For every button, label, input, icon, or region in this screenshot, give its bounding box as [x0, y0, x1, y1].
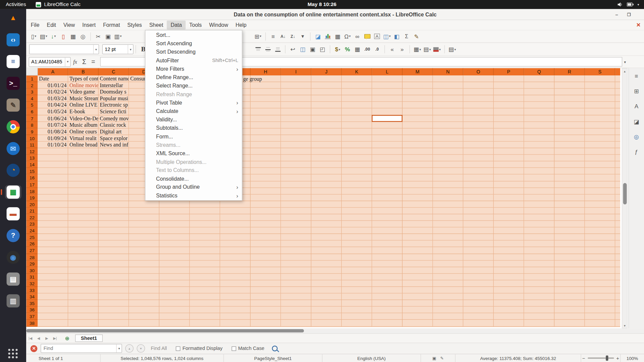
cell-Q19[interactable]: [524, 194, 554, 201]
cell-A7[interactable]: 01/06/24: [38, 115, 68, 122]
cell-N22[interactable]: [433, 214, 464, 221]
font-name-caret-icon[interactable]: ▾: [93, 45, 99, 54]
cell-R33[interactable]: [554, 287, 585, 294]
cell-O26[interactable]: [463, 241, 494, 247]
cell-J27[interactable]: [311, 247, 342, 254]
cell-A25[interactable]: [38, 234, 68, 241]
cell-P29[interactable]: [494, 260, 524, 267]
cell-E24[interactable]: [159, 228, 190, 234]
cell-O4[interactable]: [463, 95, 494, 102]
cell-C17[interactable]: [99, 181, 129, 188]
cell-N3[interactable]: [433, 89, 464, 96]
cell-O5[interactable]: [463, 102, 494, 109]
cell-J32[interactable]: [311, 280, 342, 287]
cell-T2[interactable]: [615, 82, 620, 89]
column-header-L[interactable]: L: [372, 68, 402, 75]
insert-hyperlink-button[interactable]: ∞: [353, 32, 362, 41]
cell-A6[interactable]: 01/05/24: [38, 109, 68, 115]
cell-P24[interactable]: [494, 228, 524, 234]
cell-F25[interactable]: [190, 234, 220, 241]
cell-R11[interactable]: [554, 141, 585, 148]
zoom-percentage[interactable]: 100%: [620, 354, 644, 362]
cell-I9[interactable]: [281, 128, 312, 135]
cell-K7[interactable]: [342, 115, 372, 122]
cell-Q2[interactable]: [524, 82, 554, 89]
cell-S33[interactable]: [585, 287, 615, 294]
cell-M31[interactable]: [402, 274, 433, 281]
cell-O37[interactable]: [463, 313, 494, 320]
cell-O18[interactable]: [463, 188, 494, 194]
menu-format[interactable]: Format: [99, 20, 123, 29]
cell-L5[interactable]: [372, 102, 402, 109]
cell-P3[interactable]: [494, 89, 524, 96]
row-header-19[interactable]: 19: [26, 194, 38, 201]
cell-O14[interactable]: [463, 161, 494, 168]
cell-N23[interactable]: [433, 221, 464, 228]
cell-G34[interactable]: [220, 294, 251, 300]
cell-C26[interactable]: [99, 241, 129, 247]
cell-B14[interactable]: [68, 161, 99, 168]
column-header-M[interactable]: M: [402, 68, 433, 75]
cell-N15[interactable]: [433, 168, 464, 175]
cell-T1[interactable]: [615, 75, 620, 82]
cell-A15[interactable]: [38, 168, 68, 175]
cell-L10[interactable]: [372, 135, 402, 142]
cell-O29[interactable]: [463, 260, 494, 267]
cell-M19[interactable]: [402, 194, 433, 201]
cell-C38[interactable]: [99, 320, 129, 326]
cell-J14[interactable]: [311, 161, 342, 168]
cell-L29[interactable]: [372, 260, 402, 267]
cell-J10[interactable]: [311, 135, 342, 142]
cell-N26[interactable]: [433, 241, 464, 247]
cell-D21[interactable]: [129, 207, 159, 214]
cell-I2[interactable]: [281, 82, 312, 89]
cell-N35[interactable]: [433, 300, 464, 307]
cell-H25[interactable]: [251, 234, 281, 241]
gallery-icon[interactable]: ◪: [632, 117, 641, 126]
cell-N36[interactable]: [433, 307, 464, 313]
cell-G33[interactable]: [220, 287, 251, 294]
cell-F29[interactable]: [190, 260, 220, 267]
cell-A10[interactable]: 01/09/24: [38, 135, 68, 142]
cell-M23[interactable]: [402, 221, 433, 228]
cell-O30[interactable]: [463, 267, 494, 274]
cell-P7[interactable]: [494, 115, 524, 122]
name-box-caret-icon[interactable]: ▾: [65, 57, 70, 66]
cell-O25[interactable]: [463, 234, 494, 241]
cell-T17[interactable]: [615, 181, 620, 188]
cell-D29[interactable]: [129, 260, 159, 267]
cell-J13[interactable]: [311, 155, 342, 162]
cell-H15[interactable]: [251, 168, 281, 175]
cell-G32[interactable]: [220, 280, 251, 287]
cell-L17[interactable]: [372, 181, 402, 188]
cell-F24[interactable]: [190, 228, 220, 234]
cell-S11[interactable]: [585, 141, 615, 148]
cell-C11[interactable]: News and inf: [99, 141, 129, 148]
cell-I11[interactable]: [281, 141, 312, 148]
close-find-bar-button[interactable]: ✕: [31, 345, 38, 352]
cell-L25[interactable]: [372, 234, 402, 241]
menu-item-sort-descending[interactable]: Sort Descending: [145, 48, 242, 56]
cell-O36[interactable]: [463, 307, 494, 313]
cell-C20[interactable]: [99, 201, 129, 208]
row-header-7[interactable]: 7: [26, 115, 38, 122]
menu-item-sort[interactable]: Sort...: [145, 31, 242, 39]
cell-K31[interactable]: [342, 274, 372, 281]
open-folder-button[interactable]: ▤▾: [39, 32, 48, 41]
center-vertically-button[interactable]: [263, 44, 272, 54]
cell-O8[interactable]: [463, 122, 494, 128]
cell-H31[interactable]: [251, 274, 281, 281]
cell-F33[interactable]: [190, 287, 220, 294]
dropdown-caret-icon[interactable]: ▾: [419, 47, 421, 51]
cell-P14[interactable]: [494, 161, 524, 168]
cell-L8[interactable]: [372, 122, 402, 128]
cell-K14[interactable]: [342, 161, 372, 168]
cell-C31[interactable]: [99, 274, 129, 281]
cell-J17[interactable]: [311, 181, 342, 188]
cell-C27[interactable]: [99, 247, 129, 254]
cell-D38[interactable]: [129, 320, 159, 326]
cell-Q11[interactable]: [524, 141, 554, 148]
cell-B6[interactable]: E-book: [68, 109, 99, 115]
row-header-8[interactable]: 8: [26, 122, 38, 128]
cell-T9[interactable]: [615, 128, 620, 135]
